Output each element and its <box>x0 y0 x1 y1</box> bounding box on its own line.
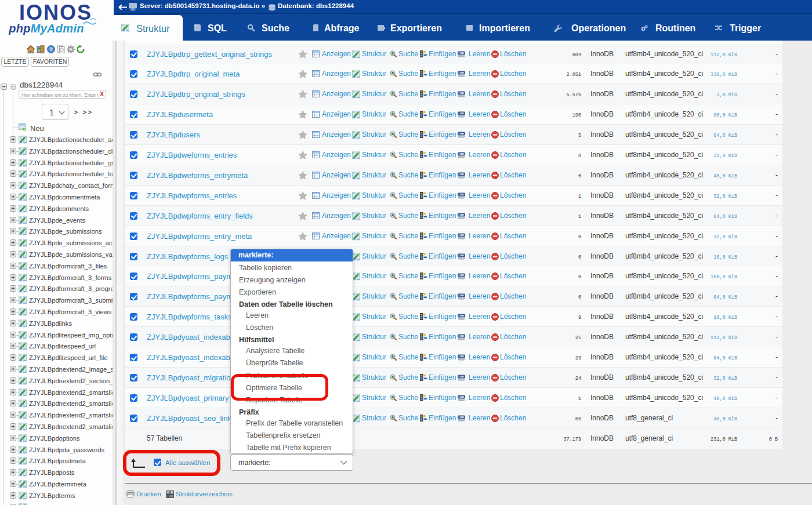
svg-text:?: ? <box>49 46 52 52</box>
